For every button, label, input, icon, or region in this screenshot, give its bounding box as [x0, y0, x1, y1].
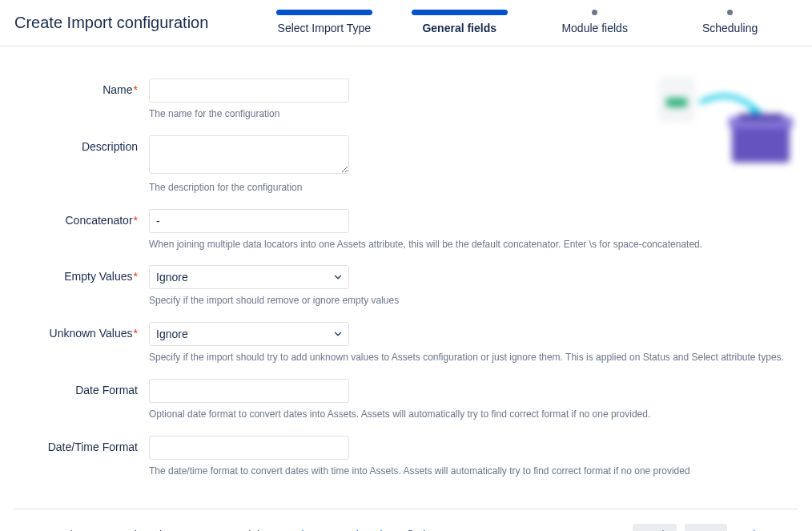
description-label: Description	[14, 135, 149, 153]
step-indicator-pending	[592, 9, 597, 15]
step-label: General fields	[422, 22, 496, 34]
step-indicator-pending	[727, 9, 733, 15]
page-title: Create Import configuration	[14, 14, 208, 32]
unknown-values-label: Unknown Values*	[14, 322, 149, 340]
step-module-fields[interactable]: Module fields	[527, 9, 662, 39]
form-row-concatenator: Concatenator* When joining multiple data…	[14, 209, 798, 251]
step-label: Select Import Type	[278, 22, 371, 34]
concatenator-input[interactable]	[149, 209, 349, 233]
empty-values-select[interactable]: Ignore	[149, 265, 349, 289]
empty-values-help: Specify if the import should remove or i…	[149, 294, 798, 308]
datetime-format-input[interactable]	[149, 436, 349, 460]
documentation-link[interactable]: documentation site	[298, 529, 392, 531]
form-row-empty-values: Empty Values* Ignore Specify if the impo…	[14, 265, 798, 308]
concatenator-help: When joining multiple data locators into…	[149, 238, 798, 251]
description-help: The description for the configuration	[149, 181, 798, 195]
step-label: Scheduling	[702, 22, 758, 34]
form-row-date-format: Date Format Optional date format to conv…	[14, 379, 798, 421]
header: Create Import configuration Select Impor…	[0, 0, 812, 46]
date-format-help: Optional date format to convert dates in…	[149, 408, 798, 421]
footer-text: Want to know more about import types? Lo…	[29, 529, 476, 531]
form-row-description: Description The description for the conf…	[14, 135, 798, 195]
form-row-datetime-format: Date/Time Format The date/time format to…	[14, 436, 798, 478]
datetime-format-help: The date/time format to convert dates wi…	[149, 465, 798, 478]
name-help: The name for the configuration	[149, 107, 798, 121]
stepper: Select Import Type General fields Module…	[256, 6, 798, 39]
back-button[interactable]: Back	[633, 524, 677, 531]
form-row-unknown-values: Unknown Values* Ignore Specify if the im…	[14, 322, 798, 364]
next-button[interactable]: Next	[685, 524, 727, 531]
close-button[interactable]: Close	[735, 524, 783, 531]
step-indicator-active	[412, 9, 508, 15]
unknown-values-select[interactable]: Ignore	[149, 322, 349, 346]
step-label: Module fields	[561, 22, 628, 34]
step-select-import-type[interactable]: Select Import Type	[256, 9, 392, 39]
concatenator-label: Concatenator*	[14, 209, 149, 227]
content-area: Name* The name for the configuration Des…	[0, 46, 812, 509]
datetime-format-label: Date/Time Format	[14, 436, 149, 453]
form-row-name: Name* The name for the configuration	[14, 78, 798, 121]
footer: Want to know more about import types? Lo…	[14, 509, 798, 531]
unknown-values-help: Specify if the import should try to add …	[149, 351, 798, 364]
date-format-input[interactable]	[149, 379, 349, 403]
description-input[interactable]	[149, 135, 349, 174]
name-label: Name*	[14, 78, 149, 96]
step-general-fields[interactable]: General fields	[392, 9, 527, 39]
name-input[interactable]	[149, 78, 349, 103]
footer-buttons: Back Next Close	[633, 524, 783, 531]
step-scheduling[interactable]: Scheduling	[662, 9, 798, 39]
step-indicator-done	[276, 9, 372, 15]
date-format-label: Date Format	[14, 379, 149, 396]
empty-values-label: Empty Values*	[14, 265, 149, 283]
